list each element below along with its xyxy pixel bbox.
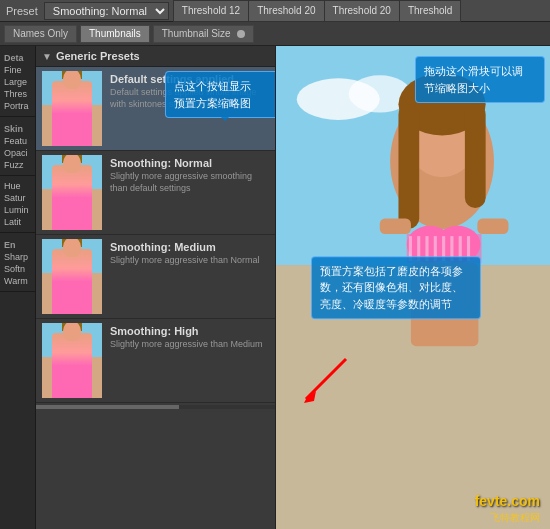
preset-thumbnail-4 [42,323,102,398]
image-area: 拖动这个滑块可以调节缩略图大小 预置方案包括了磨皮的各项参数，还有图像色相、对比… [276,46,550,529]
detail-large[interactable]: Large [2,76,33,88]
skin-section: Skin Featu Opaci Fuzz [0,117,35,176]
top-toolbar: Preset Smoothing: Normal Threshold 12 Th… [0,0,550,22]
color-hue[interactable]: Hue [2,180,33,192]
skin-featu[interactable]: Featu [2,135,33,147]
svg-rect-5 [426,198,457,229]
presets-title: Generic Presets [56,50,140,62]
svg-rect-8 [398,104,419,229]
preset-item-3[interactable]: Smoothing: Medium Slightly more aggressi… [36,235,275,319]
size-dot-icon [237,30,245,38]
button-callout: 点这个按钮显示预置方案缩略图 [165,71,276,118]
enhance-warm[interactable]: Warm [2,275,33,287]
names-only-btn[interactable]: Names Only [4,25,77,43]
presets-header: ▼ Generic Presets [36,46,275,67]
preset-item-2[interactable]: Smoothing: Normal Slightly more aggressi… [36,151,275,235]
svg-marker-25 [304,391,316,403]
skin-fuzz[interactable]: Fuzz [2,159,33,171]
button-callout-text: 点这个按钮显示预置方案缩略图 [174,80,251,109]
preset-desc-4: Slightly more aggressive than Medium [110,339,269,351]
preset-info-4: Smoothing: High Slightly more aggressive… [110,323,269,351]
preset-item-1[interactable]: Default settings applied... Default sett… [36,67,275,151]
preset-desc-callout: 预置方案包括了磨皮的各项参数，还有图像色相、对比度、亮度、冷暖度等参数的调节 [311,256,481,320]
threshold-tabs: Threshold 12 Threshold 20 Threshold 20 T… [173,0,462,22]
threshold-tab-4[interactable]: Threshold [399,0,461,22]
skin-opaci[interactable]: Opaci [2,147,33,159]
red-arrow [296,349,356,409]
preset-desc-2: Slightly more aggressive smoothing than … [110,171,269,194]
detail-fine[interactable]: Fine [2,64,33,76]
preset-label: Preset [0,5,44,17]
threshold-tab-1[interactable]: Threshold 12 [173,0,248,22]
svg-rect-23 [477,218,508,234]
smoothing-dropdown[interactable]: Smoothing: Normal [44,2,169,20]
thumbnail-size-label: Thumbnail Size [162,28,231,39]
main-content: Deta Fine Large Thres Portra Skin Featu … [0,46,550,529]
thumbnails-btn[interactable]: Thumbnails [80,25,150,43]
scrollbar-thumb[interactable] [36,405,179,409]
preset-info-2: Smoothing: Normal Slightly more aggressi… [110,155,269,194]
color-satur[interactable]: Satur [2,192,33,204]
preset-thumbnail-3 [42,239,102,314]
threshold-tab-3[interactable]: Threshold 20 [324,0,399,22]
presets-collapse-icon[interactable]: ▼ [42,51,52,62]
detail-section: Deta Fine Large Thres Portra [0,46,35,117]
preset-info-3: Smoothing: Medium Slightly more aggressi… [110,239,269,267]
presets-panel: ▼ Generic Presets Default settings appli… [36,46,276,529]
slider-callout: 拖动这个滑块可以调节缩略图大小 [415,56,545,103]
preset-desc-3: Slightly more aggressive than Normal [110,255,269,267]
color-latit[interactable]: Latit [2,216,33,228]
preset-name-2: Smoothing: Normal [110,157,269,169]
left-sidebar: Deta Fine Large Thres Portra Skin Featu … [0,46,36,529]
svg-line-24 [306,359,346,399]
watermark-sub: 飞特教程网 [490,511,540,525]
watermark-main: fevte.com [475,493,540,509]
preset-thumbnail-2 [42,155,102,230]
thumbnail-size-btn[interactable]: Thumbnail Size [153,25,255,43]
detail-portra[interactable]: Portra [2,100,33,112]
enhance-label: En [2,237,33,251]
svg-rect-22 [380,218,411,234]
detail-label: Deta [2,50,33,64]
enhance-sharp[interactable]: Sharp [2,251,33,263]
svg-rect-9 [465,104,486,208]
preset-name-4: Smoothing: High [110,325,269,337]
color-section: Hue Satur Lumin Latit [0,176,35,233]
skin-label: Skin [2,121,33,135]
enhance-softn[interactable]: Softn [2,263,33,275]
second-toolbar: Names Only Thumbnails Thumbnail Size [0,22,550,46]
threshold-tab-2[interactable]: Threshold 20 [248,0,323,22]
preset-item-4[interactable]: Smoothing: High Slightly more aggressive… [36,319,275,403]
slider-callout-text: 拖动这个滑块可以调节缩略图大小 [424,65,523,94]
color-lumin[interactable]: Lumin [2,204,33,216]
scrollbar-track[interactable] [36,405,275,409]
preset-name-3: Smoothing: Medium [110,241,269,253]
preset-thumbnail-1 [42,71,102,146]
enhance-section: En Sharp Softn Warm [0,233,35,292]
preset-desc-callout-text: 预置方案包括了磨皮的各项参数，还有图像色相、对比度、亮度、冷暖度等参数的调节 [320,265,463,310]
detail-thres[interactable]: Thres [2,88,33,100]
